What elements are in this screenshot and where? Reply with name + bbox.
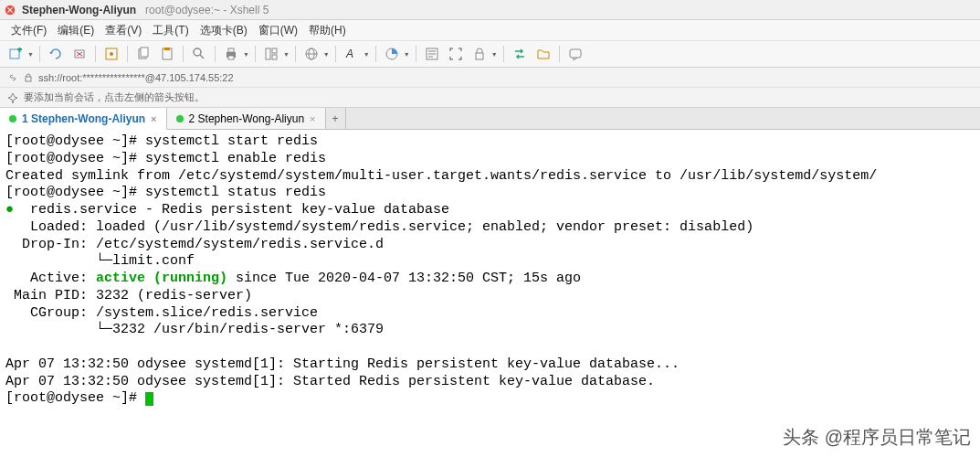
script-icon[interactable] [422,44,442,64]
svg-rect-21 [476,53,483,59]
reconnect-icon[interactable] [46,44,66,64]
separator [95,46,96,62]
address-bar: ssh://root:****************@47.105.174.5… [0,68,980,88]
print-icon[interactable] [221,44,241,64]
pin-icon[interactable] [7,92,18,103]
svg-rect-23 [26,77,31,81]
tab-label: 1 Stephen-Wong-Aliyun [22,112,145,125]
folder-icon[interactable] [533,44,553,64]
status-dot-icon [176,115,184,122]
dropdown-icon[interactable]: ▼ [404,51,410,58]
menubar: 文件(F) 编辑(E) 查看(V) 工具(T) 选项卡(B) 窗口(W) 帮助(… [0,20,980,40]
help-icon[interactable] [565,44,585,64]
svg-text:A: A [345,48,353,60]
address-text[interactable]: ssh://root:****************@47.105.174.5… [38,72,234,83]
terminal-output[interactable]: [root@odysee ~]# systemctl start redis[r… [0,130,980,411]
separator [183,46,184,62]
window-title-main: Stephen-Wong-Aliyun [22,4,136,16]
paste-icon[interactable] [157,44,177,64]
separator [295,46,296,62]
tab-add-button[interactable]: + [326,108,346,129]
svg-rect-6 [141,48,148,57]
svg-rect-13 [266,48,270,59]
hint-bar: 要添加当前会话，点击左侧的箭头按钮。 [0,88,980,108]
separator [215,46,216,62]
separator [559,46,560,62]
menu-edit[interactable]: 编辑(E) [54,23,98,38]
tab-label: 2 Stephen-Wong-Aliyun [189,112,305,125]
app-icon [4,4,16,16]
dropdown-icon[interactable]: ▼ [491,51,498,58]
link-icon [7,72,18,83]
toolbar: ▼ ▼ ▼ ▼ A ▼ ▼ ▼ [0,40,980,68]
close-icon[interactable]: × [151,113,156,124]
new-session-icon[interactable] [5,44,26,64]
titlebar: Stephen-Wong-Aliyun root@odysee:~ - Xshe… [0,0,980,20]
svg-rect-8 [164,48,170,50]
copy-icon[interactable] [133,44,153,64]
dropdown-icon[interactable]: ▼ [283,51,290,58]
transfer-icon[interactable] [510,44,530,64]
layout-icon[interactable] [261,44,281,64]
svg-point-9 [194,48,201,56]
find-icon[interactable] [189,44,209,64]
svg-rect-22 [570,49,581,58]
close-icon[interactable]: × [310,113,315,124]
lock-icon[interactable] [469,44,490,64]
fullscreen-icon[interactable] [446,44,466,64]
separator [375,46,376,62]
menu-tabs[interactable]: 选项卡(B) [196,23,251,38]
separator [255,46,256,62]
menu-file[interactable]: 文件(F) [7,23,50,38]
menu-tools[interactable]: 工具(T) [149,23,192,38]
font-icon[interactable]: A [342,44,362,64]
svg-point-4 [110,52,113,56]
globe-icon[interactable] [301,44,321,64]
tab-bar: 1 Stephen-Wong-Aliyun × 2 Stephen-Wong-A… [0,108,980,130]
svg-rect-1 [10,49,19,58]
dropdown-icon[interactable]: ▼ [243,51,249,58]
separator [39,46,40,62]
separator [335,46,336,62]
dropdown-icon[interactable]: ▼ [364,51,370,58]
dropdown-icon[interactable]: ▼ [323,51,330,58]
status-dot-icon [9,115,16,122]
properties-icon[interactable] [101,44,121,64]
color-icon[interactable] [382,44,402,64]
lock-small-icon [24,73,33,82]
tab-session-1[interactable]: 1 Stephen-Wong-Aliyun × [0,108,167,130]
menu-help[interactable]: 帮助(H) [305,23,350,38]
hint-text: 要添加当前会话，点击左侧的箭头按钮。 [24,90,205,104]
dropdown-icon[interactable]: ▼ [27,51,34,58]
separator [416,46,416,62]
svg-rect-14 [272,48,277,53]
separator [503,46,504,62]
menu-window[interactable]: 窗口(W) [255,23,301,38]
svg-rect-15 [272,55,277,59]
separator [127,46,128,62]
menu-view[interactable]: 查看(V) [101,23,145,38]
tab-session-2[interactable]: 2 Stephen-Wong-Aliyun × [167,108,326,129]
disconnect-icon[interactable] [69,44,90,64]
window-title-sub: root@odysee:~ - Xshell 5 [145,4,269,16]
svg-rect-11 [228,48,234,52]
svg-rect-12 [228,56,234,59]
